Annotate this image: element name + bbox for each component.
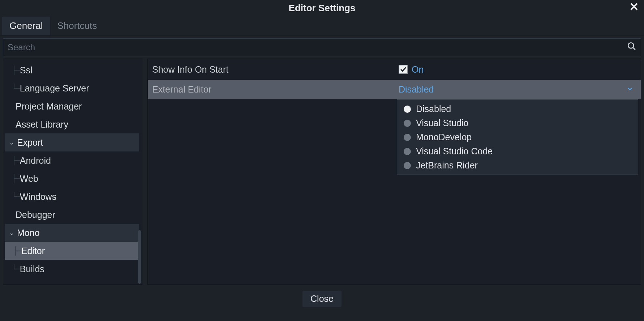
- tree-branch-icon: ├─: [8, 156, 20, 165]
- dropdown-value: Disabled: [399, 84, 434, 95]
- radio-icon: [404, 106, 411, 113]
- option-label: Visual Studio: [416, 118, 468, 128]
- property-show-info: Show Info On Start On: [148, 59, 641, 80]
- tree-item-label: Language Server: [20, 83, 89, 94]
- option-visual-studio[interactable]: Visual Studio: [397, 116, 638, 130]
- tree-section-mono[interactable]: ⌄ Mono: [5, 224, 139, 242]
- radio-icon: [404, 148, 411, 155]
- property-label: External Editor: [152, 84, 399, 95]
- tree-item-label: Mono: [17, 228, 40, 238]
- tab-general[interactable]: General: [2, 17, 50, 35]
- option-jetbrains-rider[interactable]: JetBrains Rider: [397, 158, 638, 172]
- tree-item-windows[interactable]: └─ Windows: [3, 188, 142, 206]
- tree-item-project-manager[interactable]: Project Manager: [3, 97, 142, 115]
- tree-item-label: Web: [20, 174, 38, 184]
- scrollbar-thumb[interactable]: [138, 230, 141, 284]
- window-title: Editor Settings: [289, 3, 356, 14]
- tree-item-language-server[interactable]: └─ Language Server: [3, 79, 142, 97]
- search-input[interactable]: [8, 42, 627, 52]
- option-label: Visual Studio Code: [416, 146, 493, 157]
- option-monodevelop[interactable]: MonoDevelop: [397, 130, 638, 144]
- svg-line-1: [633, 48, 635, 50]
- svg-point-0: [628, 43, 634, 48]
- close-icon[interactable]: ✕: [629, 0, 639, 14]
- tree-item-label: Ssl: [20, 65, 33, 76]
- tab-bar: General Shortcuts: [0, 16, 644, 35]
- dropdown-external-editor[interactable]: Disabled: [399, 84, 641, 95]
- content-panel: Show Info On Start On External Editor Di…: [147, 59, 641, 285]
- tree-item-label: Windows: [20, 192, 56, 202]
- tree-item-label: Builds: [20, 264, 44, 274]
- chevron-down-icon: ⌄: [9, 138, 16, 146]
- tree-item-label: Editor: [21, 246, 45, 256]
- tree-item-label: Project Manager: [16, 101, 82, 112]
- property-label: Show Info On Start: [152, 64, 399, 75]
- footer: Close: [0, 288, 644, 309]
- tree-section-export[interactable]: ⌄ Export: [5, 133, 139, 151]
- dropdown-popup: Disabled Visual Studio MonoDevelop Visua…: [397, 99, 638, 175]
- radio-icon: [404, 162, 411, 169]
- tree-item-builds[interactable]: └─ Builds: [3, 260, 142, 278]
- tree-branch-icon: └─: [8, 84, 20, 93]
- option-label: JetBrains Rider: [416, 160, 478, 171]
- option-vscode[interactable]: Visual Studio Code: [397, 144, 638, 158]
- tree-item-web[interactable]: ├─ Web: [3, 170, 142, 188]
- sidebar: ├─ Ssl └─ Language Server Project Manage…: [3, 59, 142, 285]
- tree-branch-icon: ├─: [8, 174, 20, 183]
- tab-shortcuts[interactable]: Shortcuts: [50, 17, 104, 35]
- tree-item-ssl[interactable]: ├─ Ssl: [3, 61, 142, 79]
- tree-item-android[interactable]: ├─ Android: [3, 151, 142, 170]
- close-button[interactable]: Close: [302, 291, 342, 307]
- tree-item-asset-library[interactable]: Asset Library: [3, 115, 142, 133]
- search-icon[interactable]: [627, 42, 636, 53]
- tree-item-label: Export: [17, 137, 43, 148]
- titlebar: Editor Settings ✕: [0, 0, 644, 16]
- radio-icon: [404, 120, 411, 127]
- search-row: [3, 38, 641, 56]
- tree-branch-icon: └─: [8, 265, 20, 274]
- tree-item-label: Debugger: [16, 210, 55, 220]
- chevron-down-icon: [626, 84, 634, 95]
- option-label: Disabled: [416, 104, 451, 114]
- tree-branch-icon: ├─: [8, 66, 20, 75]
- tree-item-debugger[interactable]: Debugger: [3, 206, 142, 224]
- chevron-down-icon: ⌄: [9, 229, 16, 237]
- option-disabled[interactable]: Disabled: [397, 102, 638, 116]
- property-external-editor: External Editor Disabled: [148, 80, 641, 99]
- tree-item-label: Android: [20, 155, 51, 166]
- option-label: MonoDevelop: [416, 132, 472, 142]
- tree-branch-icon: ├─: [9, 247, 21, 256]
- radio-icon: [404, 134, 411, 141]
- checkbox-on-label: On: [412, 64, 424, 75]
- tree-item-label: Asset Library: [16, 119, 68, 130]
- checkbox-show-info[interactable]: [399, 65, 408, 74]
- tree-item-editor[interactable]: ├─ Editor: [5, 242, 139, 260]
- tree-branch-icon: └─: [8, 192, 20, 201]
